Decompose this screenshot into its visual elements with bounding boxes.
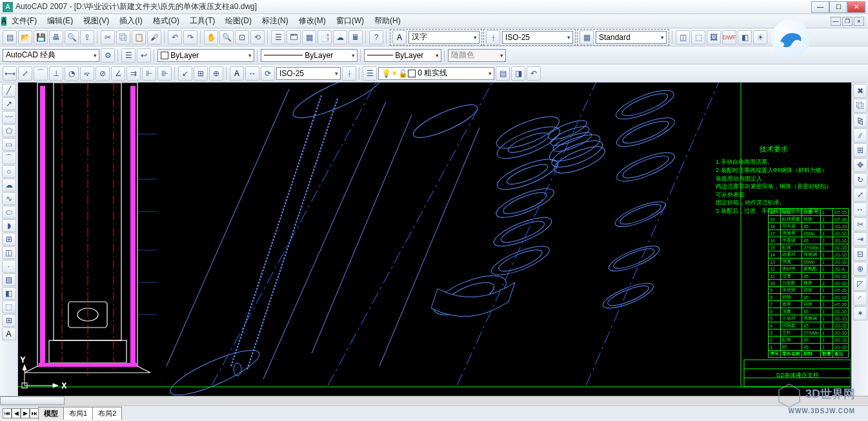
dimrad-icon[interactable]: ◔ (65, 66, 79, 81)
hscroll-thumb[interactable] (0, 397, 65, 405)
color-combo[interactable]: ByLayer (157, 49, 254, 62)
paste-icon[interactable]: 📋 (132, 30, 146, 44)
dimdia-icon[interactable]: ⊘ (96, 66, 110, 81)
toolpalette-icon[interactable]: ▦ (302, 30, 316, 44)
hscroll[interactable] (0, 396, 868, 406)
rectangle-icon[interactable]: ▭ (2, 138, 16, 151)
join-icon[interactable]: ⊕ (853, 262, 867, 276)
copy-icon[interactable]: ⿻ (116, 30, 130, 44)
layer-states-icon[interactable]: ▤ (496, 66, 510, 81)
dimjog-icon[interactable]: ⤽ (80, 66, 94, 81)
undo-icon[interactable]: ↶ (168, 30, 182, 44)
dimcont-icon[interactable]: ⊪ (157, 66, 172, 81)
layer-combo[interactable]: 💡 ☀ 🔓 0 粗实线 (378, 67, 494, 80)
makeblock-icon[interactable]: ◫ (2, 246, 16, 259)
pline-icon[interactable]: 〰 (2, 111, 16, 124)
spline-icon[interactable]: ∿ (2, 192, 16, 205)
polygon-icon[interactable]: ⬠ (2, 124, 16, 137)
sheetset-icon[interactable]: 📑 (318, 30, 332, 44)
chamfer-icon[interactable]: ◸ (853, 277, 867, 291)
menu-file[interactable]: 文件(F) (6, 14, 42, 28)
zoomrt-icon[interactable]: 🔍 (219, 30, 234, 44)
menu-insert[interactable]: 插入(I) (114, 14, 147, 28)
redo-icon[interactable]: ↷ (183, 30, 197, 44)
dimstyle-icon[interactable]: ⟊ (486, 30, 500, 44)
dimord-icon[interactable]: ⊥ (49, 66, 63, 81)
workspace-combo[interactable]: AutoCAD 经典 (3, 49, 99, 62)
arc-icon[interactable]: ⌒ (2, 152, 16, 164)
rotate-icon[interactable]: ↻ (853, 173, 867, 187)
menu-window[interactable]: 窗口(W) (331, 14, 369, 28)
fillet-icon[interactable]: ◜ (853, 291, 867, 306)
tab-last-icon[interactable]: ⏭ (30, 408, 39, 418)
menu-modify[interactable]: 修改(M) (294, 14, 331, 28)
render-icon[interactable]: ☀ (753, 30, 767, 44)
tab-model[interactable]: 模型 (38, 407, 64, 420)
dimstyle-manager-icon[interactable]: ⟊ (342, 66, 356, 81)
new-icon[interactable]: ▤ (3, 30, 17, 44)
layer-manager-icon[interactable]: ☰ (363, 66, 377, 81)
layermgr-icon[interactable]: ☰ (121, 48, 136, 63)
dimarc-icon[interactable]: ⌒ (34, 66, 48, 81)
close-button[interactable]: ✕ (847, 1, 865, 13)
tablestyle-icon[interactable]: ▦ (580, 30, 594, 44)
image-icon[interactable]: 🖼 (707, 30, 721, 44)
tab-layout1[interactable]: 布局1 (63, 407, 93, 420)
cut-icon[interactable]: ✂ (101, 30, 115, 44)
dimstyle-combo[interactable]: ISO-25 (502, 31, 573, 44)
textstyle-icon[interactable]: A (392, 30, 407, 44)
circle-icon[interactable]: ○ (2, 165, 16, 178)
tab-prev-icon[interactable]: ◀ (12, 408, 21, 418)
maximize-button[interactable]: ☐ (829, 1, 847, 13)
plotstyle-combo[interactable]: 随颜色 (448, 49, 506, 62)
xline-icon[interactable]: ↗ (2, 97, 16, 110)
menu-help[interactable]: 帮助(H) (369, 14, 406, 28)
array-icon[interactable]: ⊞ (853, 143, 867, 157)
dimstyle2-combo[interactable]: ISO-25 (276, 67, 341, 80)
menu-dim[interactable]: 标注(N) (257, 14, 294, 28)
gradient-icon[interactable]: ◧ (738, 30, 752, 44)
ellipse-icon[interactable]: ⬭ (2, 206, 16, 219)
workspace-settings-icon[interactable]: ⚙ (101, 48, 115, 63)
insert-icon[interactable]: ⊞ (2, 233, 16, 246)
help-icon[interactable]: ? (369, 30, 383, 44)
tab-first-icon[interactable]: ⏮ (3, 408, 12, 418)
designcenter-icon[interactable]: 🗔 (287, 30, 301, 44)
pan-icon[interactable]: ✋ (204, 30, 218, 44)
preview-icon[interactable]: 🔍 (65, 30, 79, 44)
dimang-icon[interactable]: ∠ (111, 66, 125, 81)
erase-icon[interactable]: ✖ (853, 84, 867, 98)
copy2-icon[interactable]: ⿻ (853, 99, 867, 113)
revcloud-icon[interactable]: ☁ (2, 179, 16, 191)
mtext-icon[interactable]: A (2, 328, 16, 340)
menu-tools[interactable]: 工具(T) (185, 14, 220, 28)
block-icon[interactable]: ◫ (676, 30, 690, 44)
centermark-icon[interactable]: ⊕ (209, 66, 223, 81)
calc-icon[interactable]: 🖩 (348, 30, 363, 44)
gradient2-icon[interactable]: ◧ (2, 287, 16, 300)
leader-icon[interactable]: ↙ (178, 66, 192, 81)
xref-icon[interactable]: ⬚ (691, 30, 705, 44)
menu-format[interactable]: 格式(O) (148, 14, 185, 28)
publish-icon[interactable]: ⇪ (80, 30, 94, 44)
drawing-canvas[interactable]: XY 技术要求 1.手动自动两用活塞。 2.装配时活塞两端置入Φ8钢珠（材料为铬… (18, 83, 851, 396)
tab-layout2[interactable]: 布局2 (92, 407, 122, 420)
dimaligned-icon[interactable]: ⤢ (18, 66, 32, 81)
scale-icon[interactable]: ⤢ (853, 188, 867, 202)
tablestyle-combo[interactable]: Standard (596, 31, 667, 44)
zoomwin-icon[interactable]: ⊡ (235, 30, 249, 44)
dimupdate-icon[interactable]: ⟳ (261, 66, 275, 81)
mirror-icon[interactable]: ⧎ (853, 113, 867, 128)
dimtedit-icon[interactable]: ↔ (245, 66, 259, 81)
matchprop-icon[interactable]: 🖌 (147, 30, 161, 44)
region-icon[interactable]: ⬚ (2, 300, 16, 313)
dimedit-icon[interactable]: A (230, 66, 244, 81)
textstyle-combo[interactable]: 汉字 (409, 31, 479, 44)
trim-icon[interactable]: ✂ (853, 217, 867, 231)
dimbase-icon[interactable]: ⊩ (142, 66, 156, 81)
menu-view[interactable]: 视图(V) (78, 14, 114, 28)
lineweight-combo[interactable]: ByLayer (364, 49, 441, 62)
qdim-icon[interactable]: ⇉ (126, 66, 141, 81)
break-icon[interactable]: ⊟ (853, 247, 867, 261)
explode-icon[interactable]: ✶ (853, 306, 867, 320)
